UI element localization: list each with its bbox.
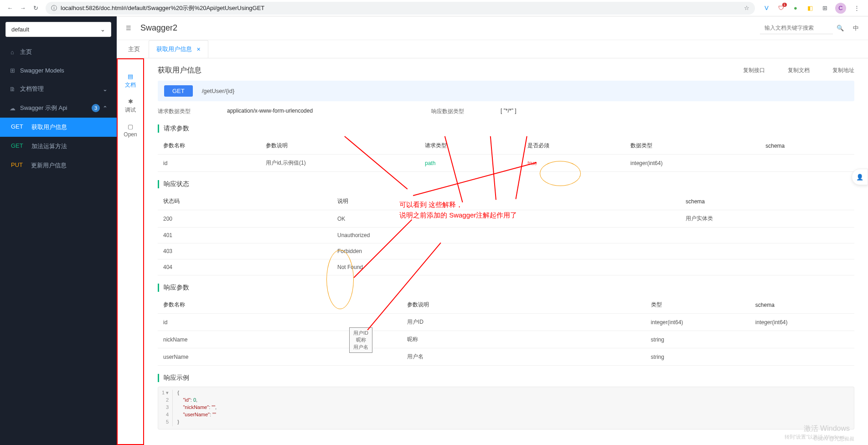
ext-icon-2[interactable]: 🛡1	[777, 4, 785, 12]
chevron-down-icon: ⌄	[100, 26, 105, 33]
table-row: 401Unauthorized	[158, 228, 854, 243]
code-example: 1 ▾2345 { "id": 0, "nickName": "", "user…	[158, 387, 854, 429]
api-label: 获取用户信息	[31, 123, 67, 131]
table-row: id用户IDinteger(int64)integer(int64)	[158, 314, 854, 331]
table-row: nickName昵称string	[158, 331, 854, 348]
collapse-sidebar-icon[interactable]: ☰	[126, 25, 131, 31]
action-label: 文档	[125, 81, 136, 89]
nav-doc-mgmt[interactable]: 🗎 文档管理 ⌄	[0, 79, 117, 98]
nav-home[interactable]: ⌂ 主页	[0, 42, 117, 62]
method-label: GET	[11, 142, 23, 150]
tab-bar: 主页 获取用户信息 ✕	[117, 40, 868, 58]
section-res-params: 响应参数	[158, 284, 854, 292]
main-area: ☰ Swagger2 🔍 中 主页 获取用户信息 ✕ ▤ 文档	[117, 16, 868, 445]
doc-icon: ▤	[128, 73, 133, 80]
meta-row: 请求数据类型 application/x-www-form-urlencoded…	[158, 108, 854, 115]
action-label: 调试	[125, 106, 136, 114]
menu-icon[interactable]: ⋮	[852, 4, 861, 12]
profile-avatar[interactable]: C	[835, 3, 846, 14]
method-label: GET	[11, 123, 23, 131]
nav-label: Swagger Models	[20, 67, 64, 74]
table-header: 参数名称 参数说明 请求类型 是否必须 数据类型 schema	[158, 137, 854, 155]
annotation-tooltip: 用户ID昵称用户名	[349, 327, 372, 353]
tab-getuser[interactable]: 获取用户信息 ✕	[149, 40, 208, 58]
section-res-status: 响应状态	[158, 180, 854, 188]
count-badge: 3	[92, 104, 100, 112]
req-params-table: 参数名称 参数说明 请求类型 是否必须 数据类型 schema id 用户id,…	[158, 137, 854, 172]
nav-models[interactable]: ⊞ Swagger Models	[0, 62, 117, 79]
nav-api-getuser[interactable]: GET 获取用户信息	[0, 118, 117, 137]
doc-title: 获取用户信息	[158, 66, 202, 75]
close-icon[interactable]: ✕	[196, 47, 201, 52]
nav-api-add[interactable]: GET 加法运算方法	[0, 137, 117, 156]
api-label: 加法运算方法	[31, 142, 67, 150]
table-row: 404Not Found	[158, 259, 854, 275]
tab-label: 获取用户信息	[156, 46, 192, 52]
reload-button[interactable]: ↻	[29, 2, 42, 15]
cloud-icon: ☁	[9, 105, 16, 112]
nav-api-update[interactable]: PUT 更新用户信息	[0, 156, 117, 175]
search-input[interactable]	[760, 22, 833, 34]
doc-content: 获取用户信息 复制接口 复制文档 复制地址 GET /getUser/{id} …	[144, 58, 868, 445]
url-bar[interactable]: ⓘ localhost:5826/doc.html#/default/Swagg…	[46, 2, 755, 15]
star-icon[interactable]: ☆	[744, 5, 749, 11]
res-type-label: 响应数据类型	[431, 108, 464, 115]
browser-toolbar: ← → ↻ ⓘ localhost:5826/doc.html#/default…	[0, 0, 868, 16]
req-type-value: application/x-www-form-urlencoded	[227, 108, 313, 115]
search-icon[interactable]: 🔍	[837, 25, 844, 31]
res-params-table: 参数名称 参数说明 类型 schema id用户IDinteger(int64)…	[158, 296, 854, 366]
section-req-params: 请求参数	[158, 124, 854, 133]
nav-label: 主页	[20, 48, 32, 56]
chevron-up-icon: ⌃	[103, 105, 108, 112]
method-label: PUT	[11, 161, 23, 170]
info-icon: ⓘ	[51, 4, 57, 12]
table-row: userName用户名string	[158, 348, 854, 366]
copy-doc-button[interactable]: 复制文档	[788, 67, 810, 74]
annotation-text: 可以看到 这些解释， 说明之前添加的 Swagger注解起作用了	[399, 200, 517, 220]
method-badge: GET	[164, 85, 193, 97]
table-row: 403Forbidden	[158, 243, 854, 259]
language-icon[interactable]: 中	[853, 24, 859, 32]
doc-actions: 复制接口 复制文档 复制地址	[743, 67, 854, 74]
forward-button[interactable]: →	[16, 2, 29, 15]
nav-label: Swagger 示例 Api	[20, 104, 67, 112]
table-row: id 用户id,示例值(1) path true integer(int64)	[158, 155, 854, 172]
nav-label: 文档管理	[20, 85, 44, 93]
action-label: Open	[124, 131, 137, 138]
section-res-example: 响应示例	[158, 374, 854, 382]
sidebar-group-select[interactable]: default ⌄	[5, 22, 111, 37]
ext-icon-3[interactable]: ●	[791, 4, 800, 12]
req-type-label: 请求数据类型	[158, 108, 191, 115]
api-label: 更新用户信息	[31, 161, 67, 170]
action-open[interactable]: ▢ Open	[118, 119, 143, 142]
debug-icon: ✱	[128, 98, 133, 105]
side-action-panel: ▤ 文档 ✱ 调试 ▢ Open	[117, 58, 144, 445]
ext-icon-4[interactable]: ◧	[806, 4, 814, 12]
endpoint-row: GET /getUser/{id}	[158, 81, 854, 101]
action-debug[interactable]: ✱ 调试	[118, 93, 143, 119]
res-type-value: [ "*/*" ]	[501, 108, 517, 115]
table-header: 参数名称 参数说明 类型 schema	[158, 296, 854, 314]
tab-home[interactable]: 主页	[120, 40, 148, 58]
doc-icon: 🗎	[9, 86, 16, 93]
ext-icon-1[interactable]: Ⅴ	[762, 4, 770, 12]
topbar: ☰ Swagger2 🔍 中	[117, 16, 868, 40]
action-doc[interactable]: ▤ 文档	[118, 68, 143, 93]
back-button[interactable]: ←	[4, 2, 16, 15]
nav-api-group[interactable]: ☁ Swagger 示例 Api 3 ⌃	[0, 98, 117, 118]
tab-label: 主页	[128, 46, 140, 52]
group-select-value: default	[11, 26, 29, 33]
models-icon: ⊞	[9, 67, 16, 74]
copy-url-button[interactable]: 复制地址	[832, 67, 854, 74]
extension-icons: Ⅴ 🛡1 ● ◧ ⊞ C ⋮	[759, 3, 864, 14]
url-text: localhost:5826/doc.html#/default/Swagger…	[61, 4, 744, 12]
home-icon: ⌂	[9, 49, 16, 56]
open-icon: ▢	[128, 123, 133, 130]
float-help-button[interactable]: 👤	[852, 169, 868, 185]
extensions-icon[interactable]: ⊞	[821, 4, 829, 12]
sidebar: default ⌄ ⌂ 主页 ⊞ Swagger Models 🗎 文档管理 ⌄…	[0, 16, 117, 445]
app-title: Swagger2	[140, 23, 760, 33]
csdn-watermark: CSDN @九息叔叔	[814, 435, 854, 442]
chevron-down-icon: ⌄	[103, 86, 108, 93]
copy-api-button[interactable]: 复制接口	[743, 67, 765, 74]
